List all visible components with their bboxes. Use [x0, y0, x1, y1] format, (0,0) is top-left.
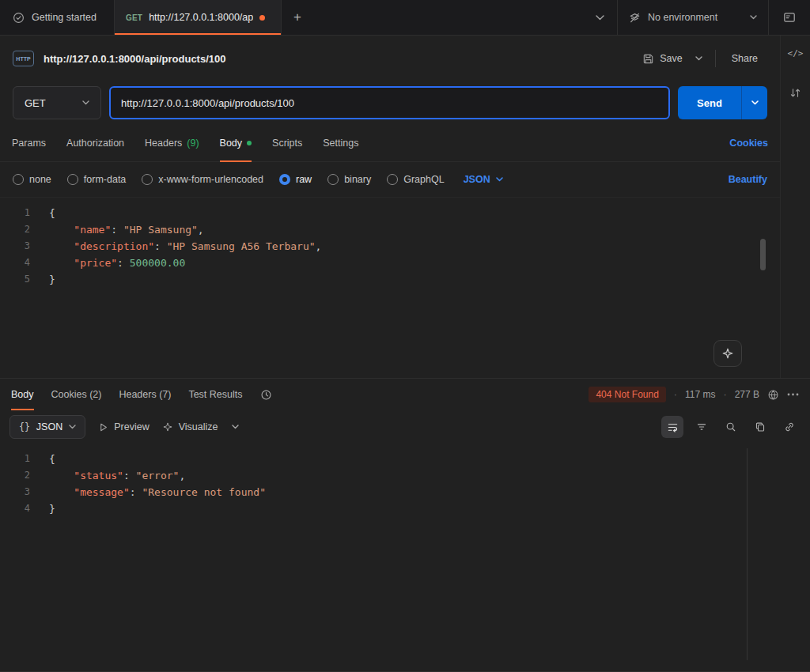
cookies-link[interactable]: Cookies — [729, 138, 768, 149]
tab-label: Body — [220, 138, 243, 149]
response-toolbar-icons — [661, 416, 801, 438]
request-actions: Save Share — [636, 48, 767, 70]
link-icon[interactable] — [778, 416, 801, 438]
request-title-row: HTTP http://127.0.0.1:8000/api/products/… — [0, 36, 780, 81]
save-button[interactable]: Save — [636, 48, 689, 70]
response-tab-headers-7[interactable]: Headers (7) — [119, 379, 171, 410]
meta-separator: · — [723, 389, 726, 400]
response-tab-test-results[interactable]: Test Results — [188, 379, 242, 410]
code-content: { — [49, 205, 55, 221]
request-pane: HTTP http://127.0.0.1:8000/api/products/… — [0, 36, 810, 378]
tab-label: Settings — [323, 138, 358, 149]
sync-arrows-icon[interactable] — [789, 87, 801, 99]
body-type-none[interactable]: none — [13, 174, 51, 185]
getting-started-icon — [13, 12, 25, 24]
response-time[interactable]: 117 ms — [685, 389, 715, 400]
workspace-tabbar: Getting started GET http://127.0.0.1:800… — [0, 0, 810, 36]
request-tabs: ParamsAuthorizationHeaders(9)BodyScripts… — [0, 124, 780, 162]
code-snippet-icon[interactable]: </> — [788, 48, 804, 59]
request-title: http://127.0.0.1:8000/api/products/100 — [44, 53, 225, 65]
save-label: Save — [660, 53, 683, 64]
send-dropdown-chevron-icon[interactable] — [741, 86, 767, 119]
url-input[interactable] — [109, 86, 670, 119]
response-history-icon[interactable] — [260, 389, 272, 401]
search-icon[interactable] — [720, 416, 742, 438]
code-content: "description": "HP Samsung A56 Terbaru", — [49, 238, 321, 255]
response-tab-cookies-2[interactable]: Cookies (2) — [51, 379, 102, 410]
editor-scrollbar-thumb[interactable] — [760, 239, 766, 270]
radio-icon — [279, 174, 290, 185]
environment-chevron-icon — [750, 15, 757, 20]
line-number: 4 — [0, 500, 49, 517]
request-tab-params[interactable]: Params — [12, 124, 46, 161]
new-tab-button[interactable]: + — [282, 0, 313, 35]
code-content: "message": "Resource not found" — [49, 484, 266, 500]
tab-label: Body — [11, 389, 34, 400]
response-toolbar: {} JSON Preview Visualize — [0, 410, 810, 444]
radio-icon — [142, 174, 153, 185]
response-tabs-row: BodyCookies (2)Headers (7)Test Results 4… — [0, 379, 810, 410]
method-select[interactable]: GET — [13, 86, 101, 119]
body-type-raw[interactable]: raw — [279, 174, 312, 185]
more-actions-icon[interactable] — [787, 393, 799, 396]
visualize-label: Visualize — [179, 421, 218, 432]
tab-overflow-chevron-icon[interactable] — [583, 0, 617, 35]
body-present-dot — [247, 141, 252, 145]
tabbar-spacer — [313, 0, 583, 35]
visualize-chevron-icon[interactable] — [230, 425, 240, 429]
tab-label: Getting started — [32, 12, 97, 23]
language-select[interactable]: JSON — [464, 174, 503, 185]
tab-label: Authorization — [66, 138, 124, 149]
request-editor-lines: 1{2 "name": "HP Samsung",3 "description"… — [0, 205, 780, 288]
filter-icon[interactable] — [691, 416, 713, 438]
network-globe-icon[interactable] — [767, 389, 779, 401]
response-size[interactable]: 277 B — [735, 389, 759, 400]
request-tab-authorization[interactable]: Authorization — [66, 124, 124, 161]
line-number: 3 — [0, 484, 49, 500]
radio-icon — [327, 174, 339, 185]
postbot-icon[interactable] — [713, 340, 742, 367]
code-line: 4} — [0, 500, 810, 517]
body-type-form-data[interactable]: form-data — [67, 174, 127, 185]
environment-selector[interactable]: No environment — [618, 0, 768, 35]
tab-getting-started[interactable]: Getting started — [0, 0, 114, 35]
tab-label: Headers (7) — [119, 389, 171, 400]
response-tabs-list: BodyCookies (2)Headers (7)Test Results — [11, 379, 243, 410]
copy-icon[interactable] — [749, 416, 771, 438]
request-body-editor[interactable]: 1{2 "name": "HP Samsung",3 "description"… — [0, 197, 780, 378]
response-tab-body[interactable]: Body — [11, 379, 34, 410]
request-tab-settings[interactable]: Settings — [323, 124, 358, 161]
body-type-graphql[interactable]: GraphQL — [387, 174, 444, 185]
body-type-binary[interactable]: binary — [327, 174, 371, 185]
line-number: 2 — [0, 467, 49, 484]
radio-icon — [67, 174, 78, 185]
beautify-link[interactable]: Beautify — [729, 174, 767, 185]
tab-request-active[interactable]: GET http://127.0.0.1:8000/ap — [114, 0, 282, 35]
request-tab-headers[interactable]: Headers(9) — [145, 124, 199, 161]
preview-button[interactable]: Preview — [98, 421, 149, 432]
line-number: 5 — [0, 271, 49, 288]
tab-label: Test Results — [188, 389, 242, 400]
preview-play-icon — [98, 422, 108, 432]
request-tab-body[interactable]: Body — [220, 124, 252, 161]
http-request-badge: HTTP — [13, 51, 34, 66]
visualize-button[interactable]: Visualize — [162, 421, 218, 432]
request-tab-scripts[interactable]: Scripts — [272, 124, 302, 161]
tab-label: Cookies (2) — [51, 389, 102, 400]
tab-method-label: GET — [126, 13, 142, 22]
actions-divider — [715, 50, 716, 67]
status-badge[interactable]: 404 Not Found — [589, 387, 665, 402]
share-button[interactable]: Share — [722, 48, 767, 69]
body-type-list: noneform-datax-www-form-urlencodedrawbin… — [13, 174, 445, 185]
wrap-text-icon[interactable] — [661, 416, 683, 438]
body-type-x-www-form-urlencoded[interactable]: x-www-form-urlencoded — [142, 174, 263, 185]
tab-label: Scripts — [272, 138, 302, 149]
save-dropdown-chevron-icon[interactable] — [689, 51, 709, 66]
radio-icon — [387, 174, 398, 185]
line-number: 1 — [0, 205, 49, 221]
response-format-select[interactable]: {} JSON — [9, 415, 85, 439]
environment-quicklook-icon[interactable] — [769, 0, 810, 35]
code-line: 3 "description": "HP Samsung A56 Terbaru… — [0, 238, 780, 255]
send-button[interactable]: Send — [678, 86, 741, 119]
code-content: "name": "HP Samsung", — [49, 221, 204, 238]
